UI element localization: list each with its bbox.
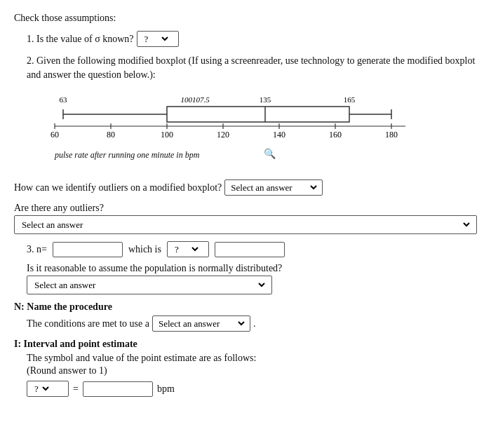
section-n-text: The conditions are met to use a: [27, 316, 149, 331]
section-i-text2: (Round answer to 1): [14, 365, 477, 376]
section-n-content: The conditions are met to use a Select a…: [14, 315, 477, 332]
outliers-answer-select[interactable]: Select an answer: [228, 182, 319, 194]
which-input[interactable]: [215, 242, 285, 257]
svg-rect-17: [167, 107, 349, 122]
q1-row: 1. Is the value of σ known? ? Yes No: [27, 31, 477, 47]
outliers-identify-label: How can we identify outliers on a modifi…: [14, 180, 222, 195]
section-n-header: N: Name the procedure: [14, 301, 477, 313]
any-outliers-select[interactable]: Select an answer: [19, 219, 472, 231]
normal-select-wrapper[interactable]: Select an answer: [27, 276, 272, 294]
q1-select-wrapper[interactable]: ? Yes No: [137, 31, 179, 47]
svg-text:135: 135: [260, 95, 271, 104]
boxplot-svg: 60 80 100 120 140 160 180: [34, 90, 426, 146]
outliers-identify-block: How can we identify outliers on a modifi…: [14, 179, 477, 196]
any-outliers-select-wrapper[interactable]: Select an answer: [14, 215, 477, 234]
check-assumptions-title: Check those assumptions:: [14, 13, 477, 24]
boxplot-area: 60 80 100 120 140 160 180: [27, 90, 477, 172]
outliers-answer-wrapper[interactable]: Select an answer: [224, 179, 323, 196]
normal-label: Is it reasonable to assume the populatio…: [27, 263, 477, 274]
svg-text:160: 160: [329, 130, 342, 140]
procedure-select-wrapper[interactable]: Select an answer: [152, 315, 250, 332]
normal-block: Is it reasonable to assume the populatio…: [14, 263, 477, 294]
any-outliers-block: Are there any outliers? Select an answer: [14, 203, 477, 234]
bpm-label: bpm: [157, 383, 175, 395]
normal-select[interactable]: Select an answer: [32, 279, 267, 291]
svg-text:180: 180: [385, 130, 398, 140]
outliers-identify-row: How can we identify outliers on a modifi…: [14, 179, 477, 196]
n-input[interactable]: [53, 242, 123, 257]
q1-select[interactable]: ? Yes No: [140, 33, 170, 45]
q1-label: 1. Is the value of σ known?: [27, 32, 134, 46]
svg-text:60: 60: [51, 130, 59, 140]
axis-label: pulse rate after running one minute in b…: [34, 150, 477, 161]
svg-text:80: 80: [107, 130, 115, 140]
period: .: [253, 316, 256, 331]
svg-text:165: 165: [344, 95, 356, 104]
svg-text:120: 120: [217, 130, 229, 140]
bpm-row: ? = bpm: [14, 381, 477, 397]
n-label: 3. n=: [27, 244, 47, 255]
symbol-select-wrapper[interactable]: ?: [27, 381, 69, 397]
section-i-text1: The symbol and value of the point estima…: [14, 353, 477, 364]
magnifier-icon[interactable]: 🔍: [264, 149, 276, 159]
procedure-select[interactable]: Select an answer: [156, 318, 247, 330]
q1-block: 1. Is the value of σ known? ? Yes No: [14, 31, 477, 47]
which-select-wrapper[interactable]: ? Yes No: [167, 241, 209, 257]
svg-text:100: 100: [161, 130, 173, 140]
symbol-select[interactable]: ?: [30, 383, 51, 395]
section-i-block: I: Interval and point estimate The symbo…: [14, 339, 477, 397]
q2-block: 2. Given the following modified boxplot …: [14, 54, 477, 172]
normal-label-text: Is it reasonable to assume the populatio…: [27, 263, 282, 273]
svg-text:100107.5: 100107.5: [180, 95, 210, 104]
equals-sign: =: [73, 383, 79, 395]
svg-text:63: 63: [60, 95, 68, 104]
svg-text:140: 140: [273, 130, 285, 140]
which-is-label: which is: [128, 244, 161, 255]
boxplot-svg-wrap: 60 80 100 120 140 160 180: [34, 90, 440, 149]
q2-label: 2. Given the following modified boxplot …: [27, 54, 477, 81]
section-n-block: N: Name the procedure The conditions are…: [14, 301, 477, 332]
point-estimate-input[interactable]: [83, 381, 153, 397]
which-select[interactable]: ? Yes No: [170, 243, 201, 255]
n-block: 3. n= which is ? Yes No: [27, 241, 477, 257]
section-i-header: I: Interval and point estimate: [14, 339, 477, 350]
any-outliers-label: Are there any outliers?: [14, 203, 477, 214]
